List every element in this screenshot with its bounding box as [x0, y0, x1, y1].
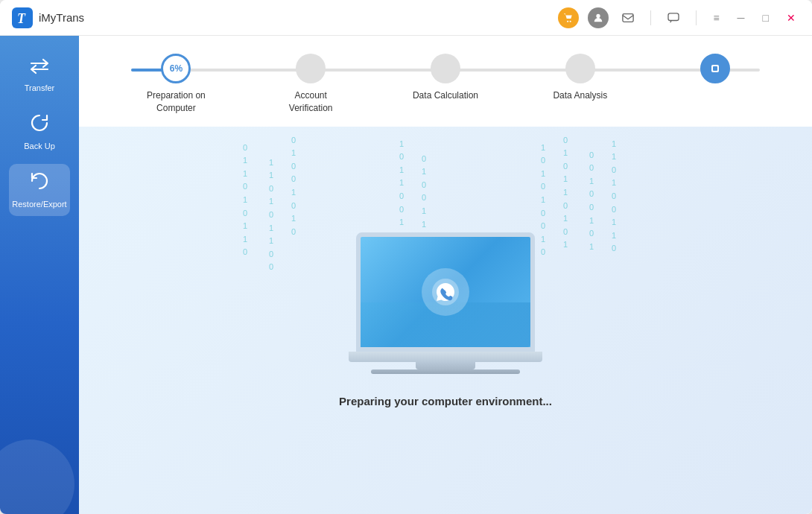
separator-1 — [650, 10, 651, 25]
restore-icon — [30, 171, 49, 195]
laptop-illustration — [349, 232, 542, 374]
step-1-label: Preparation on Computer — [147, 89, 206, 115]
cart-button[interactable] — [558, 7, 579, 28]
content-body: 011010110 110101100 01001010 101100101 0… — [79, 127, 812, 514]
matrix-col-8: 00100101 — [589, 149, 594, 254]
step-verification: Account Verification — [244, 54, 378, 115]
app-logo: T iMyTrans — [12, 7, 84, 28]
svg-point-3 — [570, 20, 571, 22]
main-layout: Transfer Back Up Restore — [0, 36, 812, 514]
sidebar-item-restore-label: Restore/Export — [12, 200, 66, 209]
laptop-stand — [416, 362, 475, 369]
sidebar-item-restore[interactable]: Restore/Export — [9, 164, 70, 216]
step-analysis: Data Analysis — [513, 54, 647, 102]
title-bar: T iMyTrans — [0, 0, 812, 36]
menu-button[interactable]: ≡ — [708, 9, 723, 27]
backup-icon — [30, 113, 49, 137]
maximize-button[interactable]: □ — [758, 9, 773, 27]
app-logo-icon: T — [12, 7, 33, 28]
app-title: iMyTrans — [39, 11, 84, 24]
sidebar-item-transfer[interactable]: Transfer — [9, 51, 70, 100]
chat-button[interactable] — [663, 7, 684, 28]
svg-rect-6 — [668, 13, 679, 20]
matrix-col-3: 01001010 — [291, 134, 296, 239]
step-done — [647, 54, 782, 83]
progress-area: 6% Preparation on Computer Account Verif… — [79, 36, 812, 127]
sidebar: Transfer Back Up Restore — [0, 36, 79, 514]
sidebar-item-backup[interactable]: Back Up — [9, 106, 70, 158]
app-window: T iMyTrans — [0, 0, 812, 514]
done-icon — [710, 63, 720, 74]
step-done-circle — [700, 54, 730, 83]
transfer-icon — [30, 58, 49, 79]
mail-button[interactable] — [618, 7, 638, 28]
matrix-col-2: 110101100 — [269, 156, 273, 274]
sidebar-item-transfer-label: Transfer — [25, 83, 55, 92]
laptop-base — [349, 352, 542, 362]
minimize-button[interactable]: ─ — [733, 9, 749, 27]
step-4-label: Data Analysis — [553, 89, 607, 102]
svg-rect-5 — [623, 13, 633, 22]
step-3-circle — [431, 54, 460, 83]
step-1-circle: 6% — [161, 54, 191, 83]
svg-text:T: T — [17, 11, 26, 26]
whatsapp-svg — [431, 277, 460, 307]
matrix-col-7: 010110101 — [563, 134, 568, 252]
user-button[interactable] — [588, 7, 609, 28]
svg-point-2 — [568, 20, 569, 22]
progress-steps: 6% Preparation on Computer Account Verif… — [109, 54, 782, 115]
laptop-foot — [371, 369, 520, 374]
whatsapp-logo — [422, 268, 469, 316]
step-calculation: Data Calculation — [378, 54, 513, 102]
step-preparation: 6% Preparation on Computer — [109, 54, 244, 115]
step-2-circle — [296, 54, 326, 83]
title-bar-actions: ≡ ─ □ ✕ — [558, 7, 800, 28]
sidebar-item-backup-label: Back Up — [24, 142, 55, 150]
laptop-screen — [356, 232, 535, 352]
status-text: Preparing your computer environment... — [339, 395, 552, 407]
step-4-circle — [565, 54, 595, 83]
step-2-label: Account Verification — [289, 89, 333, 115]
svg-point-4 — [597, 13, 600, 17]
separator-2 — [696, 10, 697, 25]
close-button[interactable]: ✕ — [782, 9, 800, 27]
user-icon — [593, 13, 603, 23]
matrix-col-1: 011010110 — [243, 142, 247, 259]
mail-icon — [622, 13, 634, 23]
cart-icon — [563, 13, 574, 23]
step-3-label: Data Calculation — [413, 89, 478, 102]
svg-rect-8 — [713, 66, 717, 71]
content-panel: 6% Preparation on Computer Account Verif… — [79, 36, 812, 514]
chat-icon — [667, 13, 679, 23]
matrix-col-9: 110100110 — [612, 138, 616, 256]
